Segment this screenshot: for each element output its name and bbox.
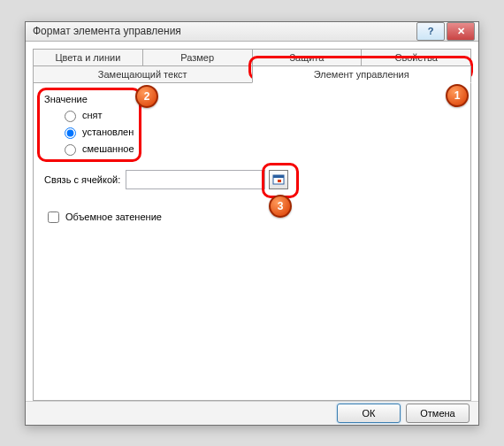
help-icon: ? [428,26,434,36]
tab-control[interactable]: Элемент управления [252,65,472,83]
cell-link-input[interactable] [126,170,265,189]
dialog-body: Цвета и линии Размер Защита Свойства Зам… [26,42,478,401]
radio-unchecked[interactable] [65,111,76,122]
cell-link-row: Связь с ячейкой: [44,170,460,189]
tab-size[interactable]: Размер [142,49,253,66]
close-icon: ✕ [457,26,465,37]
tab-colors-lines[interactable]: Цвета и линии [33,49,143,66]
tabs-row-bottom: Замещающий текст Элемент управления [33,65,471,83]
format-control-dialog: Формат элемента управления ? ✕ Цвета и л… [25,21,479,426]
radio-mixed-label: смешанное [82,143,134,154]
window-title: Формат элемента управления [33,25,415,37]
radio-checked-label: установлен [82,127,134,137]
annotation-badge-2: 2 [135,85,158,108]
svg-rect-2 [278,180,281,182]
svg-rect-1 [273,175,284,178]
shading-label: Объемное затенение [65,211,162,222]
close-button[interactable]: ✕ [447,22,475,41]
shading-row: Объемное затенение [44,209,460,226]
dialog-footer: ОК Отмена [26,401,478,425]
refedit-button[interactable] [269,170,288,189]
radio-mixed[interactable] [65,144,76,156]
ok-button[interactable]: ОК [337,404,401,423]
cell-link-label: Связь с ячейкой: [44,174,120,185]
help-button[interactable]: ? [416,22,445,41]
cancel-button[interactable]: Отмена [406,404,470,423]
tab-content: Значение снят установлен смешанное [33,83,471,401]
tabs-row-top: Цвета и линии Размер Защита Свойства [33,49,471,66]
tab-properties[interactable]: Свойства [361,49,471,66]
radio-unchecked-label: снят [82,110,103,120]
refedit-icon [272,173,285,186]
annotation-badge-3: 3 [269,195,292,218]
radio-checked[interactable] [65,127,76,139]
titlebar: Формат элемента управления ? ✕ [26,22,478,42]
shading-checkbox[interactable] [48,211,59,223]
tab-alt-text[interactable]: Замещающий текст [33,65,253,83]
tab-protection[interactable]: Защита [252,49,363,66]
